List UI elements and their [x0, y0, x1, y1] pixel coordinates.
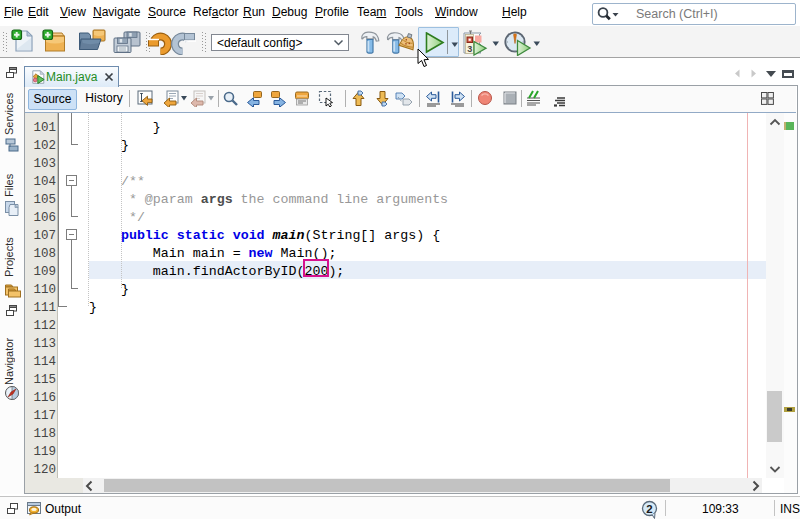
svg-text:3: 3	[467, 44, 472, 54]
svg-text:2: 2	[646, 503, 652, 515]
